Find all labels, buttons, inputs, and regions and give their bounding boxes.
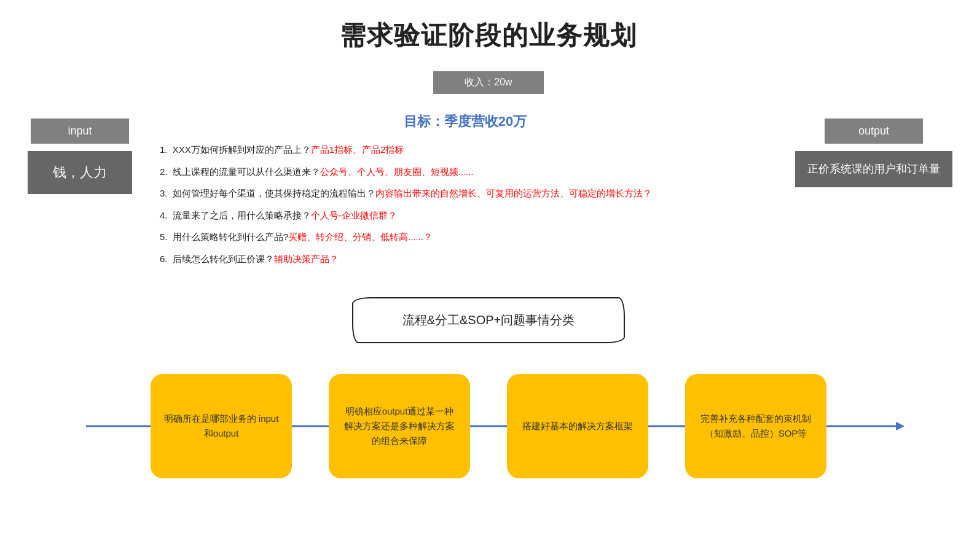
output-col: output 正价系统课的用户和订单量 (795, 112, 952, 187)
input-label: input (31, 119, 129, 144)
question-num: 5. (160, 231, 170, 242)
flow-section: 明确所在是哪部业务的 input和output明确相应output通过某一种解决… (25, 374, 952, 478)
question-num: 1. (160, 144, 170, 155)
question-plain: 用什么策略转化到什么产品? (173, 231, 288, 242)
page: 需求验证阶段的业务规划 收入：20w input 钱，人力 目标：季度营收20万… (0, 0, 977, 560)
output-label: output (825, 119, 923, 144)
question-red: 辅助决策产品？ (274, 254, 339, 264)
question-item: 2. 线上课程的流量可以从什么渠道来？公众号、个人号、朋友圈、短视频...... (160, 164, 771, 180)
question-num: 6. (160, 254, 170, 264)
question-red: 产品1指标、产品2指标 (311, 144, 404, 155)
question-item: 5. 用什么策略转化到什么产品?买赠、转介绍、分销、低转高......？ (160, 229, 771, 245)
flow-cards: 明确所在是哪部业务的 input和output明确相应output通过某一种解决… (151, 374, 826, 478)
flow-card: 明确相应output通过某一种解决方案还是多种解决方案的组合来保障 (329, 374, 470, 478)
question-red: 买赠、转介绍、分销、低转高......？ (288, 231, 433, 242)
input-col: input 钱，人力 (25, 112, 135, 194)
question-red: 内容输出带来的自然增长、可复用的运营方法、可稳定的增长方法？ (375, 188, 652, 198)
flow-card: 完善补充各种配套的束机制（知激励、品控）SOP等 (685, 374, 826, 478)
question-num: 4. (160, 210, 170, 220)
question-plain: 后续怎么转化到正价课？ (173, 254, 274, 264)
question-item: 1. XXX万如何拆解到对应的产品上？产品1指标、产品2指标 (160, 142, 771, 158)
question-num: 3. (160, 188, 170, 198)
revenue-row: 收入：20w (25, 71, 952, 94)
questions-list: 1. XXX万如何拆解到对应的产品上？产品1指标、产品2指标2. 线上课程的流量… (160, 142, 771, 266)
question-plain: 线上课程的流量可以从什么渠道来？ (173, 166, 320, 177)
question-plain: XXX万如何拆解到对应的产品上？ (173, 144, 311, 155)
goal-title: 目标：季度营收20万 (160, 112, 771, 131)
question-plain: 流量来了之后，用什么策略承接？ (173, 210, 311, 220)
flow-arrow (896, 422, 904, 430)
page-title: 需求验证阶段的业务规划 (25, 18, 952, 53)
question-num: 2. (160, 166, 170, 177)
flow-card: 搭建好基本的解决方案框架 (507, 374, 648, 478)
question-item: 6. 后续怎么转化到正价课？辅助决策产品？ (160, 251, 771, 267)
question-red: 公众号、个人号、朋友圈、短视频...... (320, 166, 474, 177)
question-item: 4. 流量来了之后，用什么策略承接？个人号-企业微信群？ (160, 208, 771, 224)
flow-card: 明确所在是哪部业务的 input和output (151, 374, 292, 478)
workflow-box: 流程&分工&SOP+问题事情分类 (352, 297, 626, 343)
question-plain: 如何管理好每个渠道，使其保持稳定的流程输出？ (173, 188, 375, 198)
revenue-box: 收入：20w (433, 71, 544, 94)
center-content: 目标：季度营收20万 1. XXX万如何拆解到对应的产品上？产品1指标、产品2指… (135, 112, 795, 273)
workflow-row: 流程&分工&SOP+问题事情分类 (25, 297, 952, 343)
middle-section: input 钱，人力 目标：季度营收20万 1. XXX万如何拆解到对应的产品上… (25, 112, 952, 273)
question-red: 个人号-企业微信群？ (311, 210, 397, 220)
output-value: 正价系统课的用户和订单量 (795, 151, 952, 187)
input-value: 钱，人力 (28, 151, 132, 194)
question-item: 3. 如何管理好每个渠道，使其保持稳定的流程输出？内容输出带来的自然增长、可复用… (160, 185, 771, 201)
